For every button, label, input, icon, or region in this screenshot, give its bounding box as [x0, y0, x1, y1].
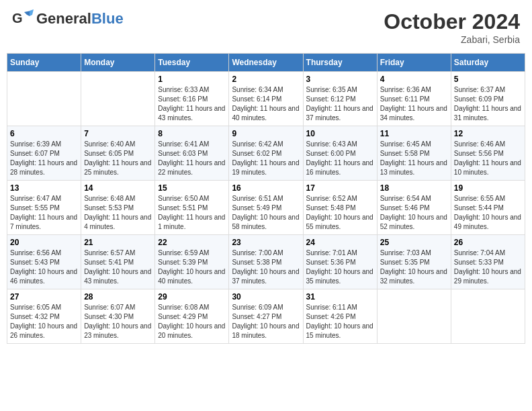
day-number: 6 [10, 129, 78, 138]
calendar-table: SundayMondayTuesdayWednesdayThursdayFrid… [7, 53, 525, 344]
logo-blue-text: Blue [91, 10, 124, 27]
day-number: 13 [10, 183, 78, 193]
day-info: Sunrise: 6:05 AMSunset: 4:32 PMDaylight:… [10, 303, 78, 340]
day-cell: 1Sunrise: 6:33 AMSunset: 6:16 PMDaylight… [155, 72, 229, 126]
day-info: Sunrise: 6:11 AMSunset: 4:26 PMDaylight:… [306, 303, 374, 340]
day-number: 17 [306, 183, 374, 193]
day-number: 1 [158, 75, 226, 84]
day-number: 31 [306, 292, 374, 302]
day-cell: 6Sunrise: 6:39 AMSunset: 6:07 PMDaylight… [7, 126, 81, 181]
day-number: 10 [306, 129, 374, 138]
day-info: Sunrise: 6:46 AMSunset: 5:56 PMDaylight:… [454, 140, 522, 177]
day-cell: 4Sunrise: 6:36 AMSunset: 6:11 PMDaylight… [377, 72, 451, 126]
day-info: Sunrise: 6:56 AMSunset: 5:43 PMDaylight:… [10, 248, 78, 286]
day-info: Sunrise: 7:04 AMSunset: 5:33 PMDaylight:… [454, 248, 522, 286]
day-number: 11 [380, 129, 448, 138]
day-cell: 3Sunrise: 6:35 AMSunset: 6:12 PMDaylight… [303, 72, 377, 126]
day-cell: 2Sunrise: 6:34 AMSunset: 6:14 PMDaylight… [229, 72, 303, 126]
day-number: 19 [454, 183, 522, 193]
day-info: Sunrise: 6:50 AMSunset: 5:51 PMDaylight:… [158, 194, 226, 232]
day-number: 4 [380, 75, 448, 84]
day-info: Sunrise: 6:08 AMSunset: 4:29 PMDaylight:… [158, 303, 226, 340]
week-row-2: 6Sunrise: 6:39 AMSunset: 6:07 PMDaylight… [7, 126, 525, 181]
day-cell: 13Sunrise: 6:47 AMSunset: 5:55 PMDayligh… [7, 181, 81, 235]
title-area: October 2024 Zabari, Serbia [384, 9, 520, 45]
day-number: 12 [454, 129, 522, 138]
day-number: 22 [158, 238, 226, 247]
day-number: 21 [84, 238, 152, 247]
weekday-header-saturday: Saturday [451, 54, 525, 72]
day-cell [7, 72, 81, 126]
day-number: 15 [158, 183, 226, 193]
svg-marker-2 [30, 9, 34, 16]
week-row-4: 20Sunrise: 6:56 AMSunset: 5:43 PMDayligh… [7, 235, 525, 289]
day-info: Sunrise: 6:45 AMSunset: 5:58 PMDaylight:… [380, 140, 448, 177]
day-cell: 29Sunrise: 6:08 AMSunset: 4:29 PMDayligh… [155, 289, 229, 344]
day-cell: 12Sunrise: 6:46 AMSunset: 5:56 PMDayligh… [451, 126, 525, 181]
day-cell: 10Sunrise: 6:43 AMSunset: 6:00 PMDayligh… [303, 126, 377, 181]
day-number: 5 [454, 75, 522, 84]
day-number: 20 [10, 238, 78, 247]
day-number: 24 [306, 238, 374, 247]
day-info: Sunrise: 6:40 AMSunset: 6:05 PMDaylight:… [84, 140, 152, 177]
day-cell: 15Sunrise: 6:50 AMSunset: 5:51 PMDayligh… [155, 181, 229, 235]
day-cell: 18Sunrise: 6:54 AMSunset: 5:46 PMDayligh… [377, 181, 451, 235]
logo-icon: G [12, 9, 34, 28]
day-info: Sunrise: 6:07 AMSunset: 4:30 PMDaylight:… [84, 303, 152, 340]
logo-general-text: General [36, 10, 91, 27]
month-title: October 2024 [384, 9, 520, 34]
day-cell: 8Sunrise: 6:41 AMSunset: 6:03 PMDaylight… [155, 126, 229, 181]
day-number: 26 [454, 238, 522, 247]
day-number: 7 [84, 129, 152, 138]
day-info: Sunrise: 6:33 AMSunset: 6:16 PMDaylight:… [158, 85, 226, 123]
logo: G GeneralBlue [12, 9, 124, 28]
day-info: Sunrise: 6:35 AMSunset: 6:12 PMDaylight:… [306, 85, 374, 123]
day-cell: 30Sunrise: 6:09 AMSunset: 4:27 PMDayligh… [229, 289, 303, 344]
day-info: Sunrise: 6:36 AMSunset: 6:11 PMDaylight:… [380, 85, 448, 123]
day-info: Sunrise: 6:48 AMSunset: 5:53 PMDaylight:… [84, 194, 152, 232]
weekday-header-row: SundayMondayTuesdayWednesdayThursdayFrid… [7, 54, 525, 72]
day-info: Sunrise: 6:52 AMSunset: 5:48 PMDaylight:… [306, 194, 374, 232]
day-cell: 31Sunrise: 6:11 AMSunset: 4:26 PMDayligh… [303, 289, 377, 344]
day-info: Sunrise: 7:03 AMSunset: 5:35 PMDaylight:… [380, 248, 448, 286]
page-header: G GeneralBlue October 2024 Zabari, Serbi… [7, 7, 525, 48]
day-cell: 14Sunrise: 6:48 AMSunset: 5:53 PMDayligh… [81, 181, 155, 235]
day-number: 2 [232, 75, 300, 84]
day-number: 18 [380, 183, 448, 193]
day-number: 9 [232, 129, 300, 138]
day-info: Sunrise: 7:01 AMSunset: 5:36 PMDaylight:… [306, 248, 374, 286]
day-info: Sunrise: 6:41 AMSunset: 6:03 PMDaylight:… [158, 140, 226, 177]
day-cell: 22Sunrise: 6:59 AMSunset: 5:39 PMDayligh… [155, 235, 229, 289]
day-number: 23 [232, 238, 300, 247]
day-cell: 25Sunrise: 7:03 AMSunset: 5:35 PMDayligh… [377, 235, 451, 289]
day-cell: 26Sunrise: 7:04 AMSunset: 5:33 PMDayligh… [451, 235, 525, 289]
day-info: Sunrise: 6:42 AMSunset: 6:02 PMDaylight:… [232, 140, 300, 177]
day-cell: 16Sunrise: 6:51 AMSunset: 5:49 PMDayligh… [229, 181, 303, 235]
week-row-1: 1Sunrise: 6:33 AMSunset: 6:16 PMDaylight… [7, 72, 525, 126]
day-number: 16 [232, 183, 300, 193]
day-cell: 11Sunrise: 6:45 AMSunset: 5:58 PMDayligh… [377, 126, 451, 181]
day-number: 14 [84, 183, 152, 193]
day-cell [377, 289, 451, 344]
day-info: Sunrise: 6:37 AMSunset: 6:09 PMDaylight:… [454, 85, 522, 123]
day-info: Sunrise: 6:55 AMSunset: 5:44 PMDaylight:… [454, 194, 522, 232]
weekday-header-monday: Monday [81, 54, 155, 72]
day-info: Sunrise: 6:43 AMSunset: 6:00 PMDaylight:… [306, 140, 374, 177]
day-cell: 7Sunrise: 6:40 AMSunset: 6:05 PMDaylight… [81, 126, 155, 181]
day-info: Sunrise: 6:09 AMSunset: 4:27 PMDaylight:… [232, 303, 300, 340]
day-number: 29 [158, 292, 226, 302]
weekday-header-friday: Friday [377, 54, 451, 72]
day-cell: 23Sunrise: 7:00 AMSunset: 5:38 PMDayligh… [229, 235, 303, 289]
day-info: Sunrise: 6:39 AMSunset: 6:07 PMDaylight:… [10, 140, 78, 177]
day-cell: 9Sunrise: 6:42 AMSunset: 6:02 PMDaylight… [229, 126, 303, 181]
week-row-3: 13Sunrise: 6:47 AMSunset: 5:55 PMDayligh… [7, 181, 525, 235]
day-number: 30 [232, 292, 300, 302]
weekday-header-sunday: Sunday [7, 54, 81, 72]
day-number: 3 [306, 75, 374, 84]
day-cell: 28Sunrise: 6:07 AMSunset: 4:30 PMDayligh… [81, 289, 155, 344]
location: Zabari, Serbia [384, 34, 520, 45]
day-cell: 20Sunrise: 6:56 AMSunset: 5:43 PMDayligh… [7, 235, 81, 289]
day-cell [81, 72, 155, 126]
day-number: 8 [158, 129, 226, 138]
day-cell: 24Sunrise: 7:01 AMSunset: 5:36 PMDayligh… [303, 235, 377, 289]
